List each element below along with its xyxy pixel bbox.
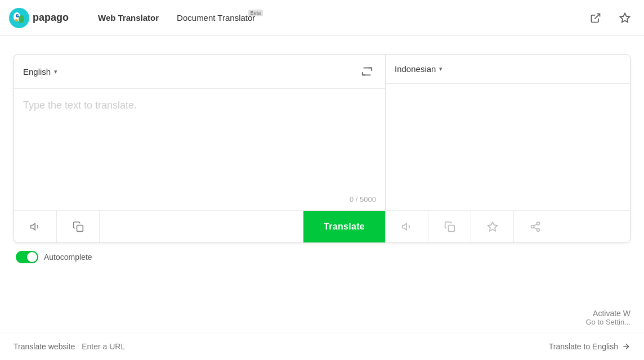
logo-icon <box>9 8 29 28</box>
logo-text: papago <box>33 12 69 24</box>
nav-document-translator[interactable]: Document Translator Beta <box>170 8 262 27</box>
url-input[interactable] <box>82 342 194 351</box>
svg-point-16 <box>531 226 534 228</box>
target-toolbar <box>386 210 630 242</box>
translate-to-english-button[interactable]: Translate to English <box>549 342 630 351</box>
source-copy-button[interactable] <box>57 211 100 242</box>
logo[interactable]: papago <box>9 8 69 28</box>
share-icon-button[interactable] <box>585 8 606 28</box>
bottom-strip: Translate website Translate to English <box>0 332 644 360</box>
activate-note: Activate W Go to Settin... <box>586 309 631 326</box>
source-panel: English ▾ 0 / 5000 <box>14 55 386 242</box>
autocomplete-row: Autocomplete <box>14 251 630 263</box>
source-textarea[interactable] <box>23 98 376 199</box>
translate-website-label: Translate website <box>14 342 75 351</box>
source-lang-bar: English ▾ <box>14 55 385 89</box>
activate-sub: Go to Settin... <box>586 318 631 326</box>
beta-badge: Beta <box>248 10 263 16</box>
target-lang-bar: Indonesian ▾ <box>386 55 630 84</box>
autocomplete-toggle[interactable] <box>16 251 38 263</box>
translate-button[interactable]: Translate <box>303 211 385 242</box>
main-nav: Web Translator Document Translator Beta <box>91 8 262 27</box>
svg-marker-14 <box>488 222 497 231</box>
target-favorite-button[interactable] <box>471 211 514 242</box>
target-chevron-icon: ▾ <box>439 65 442 73</box>
svg-rect-11 <box>77 226 83 232</box>
source-text-area-wrap: 0 / 5000 <box>14 89 385 210</box>
autocomplete-label: Autocomplete <box>44 253 92 262</box>
source-sound-button[interactable] <box>14 211 57 242</box>
svg-line-19 <box>534 224 537 226</box>
toggle-thumb <box>27 252 37 262</box>
svg-marker-12 <box>402 223 406 230</box>
source-toolbar: Translate <box>14 210 385 242</box>
activate-title: Activate W <box>586 309 631 318</box>
nav-web-translator[interactable]: Web Translator <box>91 8 166 27</box>
target-panel: Indonesian ▾ <box>386 55 630 242</box>
target-copy-button[interactable] <box>428 211 471 242</box>
target-language-label: Indonesian <box>395 64 436 74</box>
target-share-button[interactable] <box>514 211 557 242</box>
favorite-icon-button[interactable] <box>615 8 635 28</box>
svg-line-18 <box>534 227 537 229</box>
source-chevron-icon: ▾ <box>54 68 57 75</box>
char-count: 0 / 5000 <box>350 195 376 204</box>
svg-marker-7 <box>620 13 630 22</box>
svg-point-3 <box>16 14 19 17</box>
svg-marker-10 <box>30 223 35 230</box>
target-sound-button[interactable] <box>386 211 428 242</box>
svg-point-5 <box>15 19 18 21</box>
header: papago Web Translator Document Translato… <box>0 0 644 36</box>
svg-point-15 <box>537 222 540 225</box>
svg-point-2 <box>19 15 24 23</box>
svg-rect-13 <box>448 226 454 232</box>
target-language-selector[interactable]: Indonesian ▾ <box>395 64 442 74</box>
svg-point-17 <box>537 228 540 231</box>
source-language-selector[interactable]: English ▾ <box>23 67 57 76</box>
main-content: English ▾ 0 / 5000 <box>0 36 644 272</box>
swap-languages-button[interactable] <box>358 62 376 80</box>
svg-point-4 <box>17 14 19 15</box>
header-right <box>585 8 635 28</box>
translator-container: English ▾ 0 / 5000 <box>14 54 630 243</box>
svg-line-6 <box>594 14 600 19</box>
target-text-area <box>386 84 630 210</box>
source-language-label: English <box>23 67 51 76</box>
